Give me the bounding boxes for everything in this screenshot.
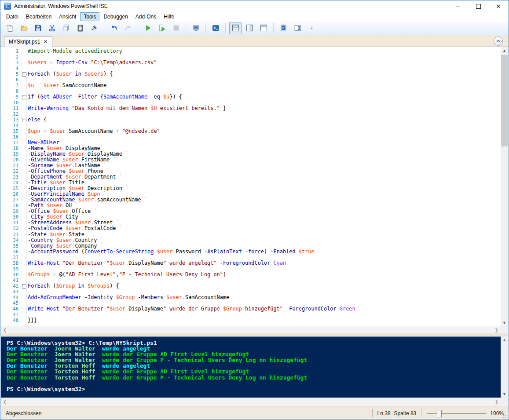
run-script-button[interactable] [142, 22, 154, 34]
zoom-slider-thumb[interactable] [437, 410, 442, 417]
code-line[interactable]: 48}}} [1, 318, 501, 323]
code-line[interactable]: 42ForEach ($Group in $Groups) { [1, 283, 501, 289]
scroll-left-icon[interactable]: ❮ [1, 328, 9, 332]
scroll-right-icon[interactable]: ❯ [493, 399, 501, 404]
toolbar-separator [104, 23, 104, 33]
toolbar-separator [138, 23, 138, 33]
code-text: $Groups = @("AD First Level","P - Techni… [28, 272, 226, 278]
new-remote-powershell-tab-icon [192, 24, 200, 32]
clear-console-button[interactable] [88, 22, 100, 34]
scroll-up-icon[interactable]: ▲ [501, 47, 508, 54]
show-console-pane-icon [294, 24, 301, 32]
layout-script-right-button[interactable] [243, 22, 256, 34]
code-line[interactable]: 1#Import-Module activedirectory [1, 48, 501, 54]
tab-close-icon[interactable]: ✕ [44, 39, 47, 44]
code-line[interactable]: 9if (Get-ADUser -Filter {SamAccountName … [1, 94, 501, 100]
new-script-button[interactable]: * [4, 22, 16, 34]
save-button[interactable] [32, 22, 44, 34]
line-number: 26 [1, 191, 18, 197]
fold-margin [18, 48, 28, 54]
fold-toggle-icon[interactable] [22, 72, 26, 77]
line-number: 17 [1, 140, 18, 146]
code-line[interactable]: 5ForEach ($user in $users) { [1, 71, 501, 77]
menu-item-hilfe[interactable]: Hilfe [160, 12, 178, 21]
scroll-up-icon[interactable]: ▲ [501, 336, 508, 343]
layout-script-top-button[interactable] [229, 22, 242, 34]
undo-button[interactable] [108, 22, 120, 34]
editor-horizontal-scrollbar[interactable]: ❮ ❯ [1, 326, 501, 333]
console-pane[interactable]: PS C:\Windows\system32> C:\Temp\MYSkript… [1, 336, 501, 398]
toolbar-separator [273, 23, 274, 33]
start-powershell-button[interactable] [209, 22, 222, 34]
code-line[interactable]: 7$u = $user.SamAccountName [1, 83, 501, 88]
toolbar: * [0, 21, 509, 35]
code-line[interactable]: 47 [1, 312, 501, 318]
resize-grip-icon [503, 415, 507, 419]
line-number: 10 [1, 100, 18, 106]
layout-script-maximized-button[interactable] [257, 22, 270, 34]
menu-item-add-ons[interactable]: Add-Ons [132, 12, 160, 21]
collapse-script-pane-button[interactable] [494, 37, 503, 46]
scroll-right-icon[interactable]: ❯ [493, 328, 501, 332]
fold-margin [18, 71, 28, 77]
line-number: 4 [1, 66, 18, 71]
scroll-down-icon[interactable]: ▼ [501, 319, 508, 326]
line-number: 40 [1, 272, 18, 278]
open-script-button[interactable] [18, 22, 30, 34]
copy-button[interactable] [60, 22, 72, 34]
code-line[interactable]: 36-AccountPassword (ConvertTo-SecureStri… [1, 249, 501, 255]
overflow-button[interactable] [305, 22, 318, 34]
line-number: 6 [1, 77, 18, 83]
redo-button[interactable] [122, 22, 134, 34]
menu-item-debuggen[interactable]: Debuggen [100, 12, 131, 21]
fold-margin [18, 94, 28, 100]
script-editor-pane[interactable]: 1#Import-Module activedirectory23$users … [1, 47, 501, 326]
minimize-button[interactable]: – [448, 0, 468, 12]
scroll-down-icon[interactable]: ▼ [501, 391, 508, 398]
tab-label: MYSkript.ps1 [9, 39, 40, 45]
code-line[interactable]: 3$users = Import-Csv "C:\Temp\adusers.cs… [1, 60, 501, 66]
code-line[interactable]: 13else { [1, 117, 501, 123]
editor-scrollbar-thumb[interactable] [501, 55, 508, 146]
editor-vertical-scrollbar[interactable]: ▲ ▼ [501, 47, 508, 326]
code-line[interactable]: 12 [1, 111, 501, 117]
console-horizontal-scrollbar[interactable]: ❮ ❯ [1, 398, 501, 406]
show-console-pane-button[interactable] [291, 22, 304, 34]
pane-splitter[interactable] [1, 333, 508, 336]
menu-item-datei[interactable]: Datei [3, 12, 22, 21]
code-line[interactable]: 11Write-Warning "Das Konto mit dem Namen… [1, 106, 501, 111]
close-button[interactable]: ✕ [488, 0, 509, 12]
line-number: 24 [1, 180, 18, 186]
menu-item-ansicht[interactable]: Ansicht [55, 12, 80, 21]
code-line[interactable]: 40$Groups = @("AD First Level","P - Tech… [1, 272, 501, 278]
code-line[interactable]: 16 [1, 134, 501, 140]
paste-button[interactable] [74, 22, 86, 34]
line-number: 44 [1, 295, 18, 300]
cut-icon [48, 24, 56, 32]
run-selection-button[interactable] [156, 22, 168, 34]
menu-item-tools[interactable]: Tools [80, 12, 99, 21]
fold-toggle-icon[interactable] [22, 95, 26, 99]
layout-script-maximized-icon [260, 24, 267, 32]
line-number: 29 [1, 208, 18, 214]
zoom-slider[interactable] [427, 413, 486, 414]
maximize-button[interactable] [468, 0, 488, 12]
line-number: 23 [1, 174, 18, 180]
new-remote-powershell-tab-button[interactable] [190, 22, 202, 34]
code-line[interactable]: 44Add-AdGroupMember -Identity $Group -Me… [1, 295, 501, 300]
console-vertical-scrollbar[interactable]: ▲ ▼ [501, 336, 508, 398]
show-script-pane-button[interactable] [277, 22, 289, 34]
cut-button[interactable] [46, 22, 58, 34]
code-line[interactable]: 38Write-Host "Der Benutzer "$user.Displa… [1, 260, 501, 266]
scroll-left-icon[interactable]: ❮ [1, 399, 9, 404]
code-line[interactable]: 46Write-Host "Der Benutzer "$user.Displa… [1, 306, 501, 312]
fold-toggle-icon[interactable] [22, 284, 26, 289]
code-text: if (Get-ADUser -Filter {SamAccountName -… [28, 94, 182, 100]
code-line[interactable]: 15$upn = $user.SamAccountName + "@ndsedv… [1, 128, 501, 134]
tab-myskript[interactable]: MYSkript.ps1 ✕ [4, 36, 52, 47]
stop-button[interactable] [170, 22, 182, 34]
menu-item-bearbeiten[interactable]: Bearbeiten [22, 12, 55, 21]
code-text: }}} [28, 318, 37, 323]
code-text: $upn = $user.SamAccountName + "@ndsedv.d… [28, 128, 160, 134]
fold-toggle-icon[interactable] [22, 118, 26, 122]
